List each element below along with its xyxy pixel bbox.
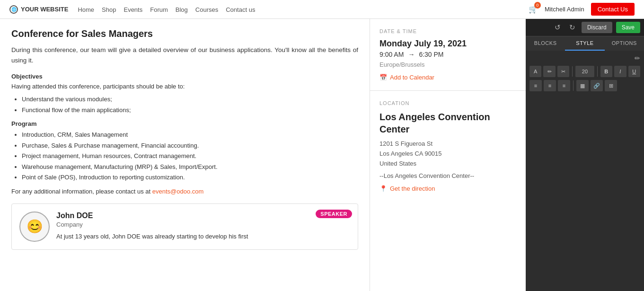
separator xyxy=(572,66,573,77)
get-direction-link[interactable]: 📍 Get the direction xyxy=(379,185,516,192)
list-item: Project management, Human resources, Con… xyxy=(22,151,358,161)
nav-courses[interactable]: Courses xyxy=(195,6,218,13)
objectives-list: Understand the various modules; Function… xyxy=(11,95,358,115)
time-arrow xyxy=(406,51,416,58)
time-start: 9:00 AM xyxy=(379,51,404,58)
contact-us-button[interactable]: Contact Us xyxy=(591,3,635,16)
table-button[interactable]: ▦ xyxy=(576,80,589,91)
program-list: Introduction, CRM, Sales Management Purc… xyxy=(11,130,358,182)
page-title: Conference for Sales Managers xyxy=(11,28,358,39)
list-item: Purchase, Sales & Purchase management, F… xyxy=(22,141,358,150)
location-label: LOCATION xyxy=(379,100,516,106)
program-label: Program xyxy=(11,120,358,127)
separator xyxy=(597,66,598,77)
tab-style[interactable]: STYLE xyxy=(565,36,604,51)
nav-events[interactable]: Events xyxy=(124,6,142,13)
list-item: Point of Sale (POS), Introduction to rep… xyxy=(22,173,358,182)
link-button[interactable]: 🔗 xyxy=(591,80,603,91)
address-line1: 1201 S Figueroa St xyxy=(379,139,516,149)
underline-button[interactable]: U xyxy=(628,66,640,77)
toolbar-row-1: A ✏ ✂ 20 B I U xyxy=(529,66,640,77)
objectives-text: Having attended this conference, partici… xyxy=(11,83,358,90)
page-description: During this conference, our team will gi… xyxy=(11,45,358,65)
nav-forum[interactable]: Forum xyxy=(150,6,168,13)
event-time: 9:00 AM 6:30 PM xyxy=(379,51,516,58)
venue-name: --Los Angeles Convention Center-- xyxy=(379,172,516,179)
speaker-bio: At just 13 years old, John DOE was alrea… xyxy=(56,232,350,241)
event-sidebar: DATE & TIME Monday July 19, 2021 9:00 AM… xyxy=(370,19,526,291)
list-item: Introduction, CRM, Sales Management xyxy=(22,130,358,140)
separator xyxy=(573,80,573,91)
objectives-label: Objectives xyxy=(11,73,358,80)
editor-panel: ↺ ↻ Discard Save BLOCKS STYLE OPTIONS ✏ … xyxy=(526,19,644,291)
align-right-button[interactable]: ≡ xyxy=(558,80,570,91)
editor-toolbar: ✏ A ✏ ✂ 20 B I U ≡ ≡ ≡ ▦ 🔗 xyxy=(526,51,644,95)
contact-line: For any additional information, please c… xyxy=(11,188,358,195)
globe-icon: 🌐 xyxy=(9,5,18,14)
edit-pencil-icon[interactable]: ✏ xyxy=(635,54,640,62)
speaker-card: SPEAKER 😊 John DOE Company At just 13 ye… xyxy=(11,203,358,250)
speaker-info: John DOE Company At just 13 years old, J… xyxy=(56,212,350,241)
address-line3: United States xyxy=(379,159,516,169)
event-date: Monday July 19, 2021 xyxy=(379,39,516,49)
font-size-button[interactable]: 20 xyxy=(575,66,594,77)
navbar: 🌐 YOUR WEBSITE Home Shop Events Forum Bl… xyxy=(0,0,644,19)
add-calendar-label: Add to Calendar xyxy=(390,74,434,81)
main-layout: Conference for Sales Managers During thi… xyxy=(0,19,644,291)
editor-top-bar: ↺ ↻ Discard Save xyxy=(526,19,644,36)
save-button[interactable]: Save xyxy=(616,22,640,33)
list-item: Warehouse management, Manufacturing (MRP… xyxy=(22,162,358,172)
font-A-button[interactable]: A xyxy=(529,66,541,77)
calendar-icon: 📅 xyxy=(379,74,387,81)
get-direction-label: Get the direction xyxy=(390,185,435,192)
list-item: Understand the various modules; xyxy=(22,95,358,104)
align-center-button[interactable]: ≡ xyxy=(544,80,556,91)
date-time-label: DATE & TIME xyxy=(379,28,516,34)
bold-button[interactable]: B xyxy=(600,66,612,77)
nav-contact[interactable]: Contact us xyxy=(226,6,255,13)
undo-button[interactable]: ↺ xyxy=(552,22,563,33)
image-button[interactable]: ⊞ xyxy=(605,80,617,91)
cart-badge: 0 xyxy=(534,2,541,9)
date-time-panel: DATE & TIME Monday July 19, 2021 9:00 AM… xyxy=(370,19,526,91)
add-to-calendar-link[interactable]: 📅 Add to Calendar xyxy=(379,74,516,81)
location-panel: LOCATION Los Angeles Convention Center 1… xyxy=(370,91,526,202)
align-left-button[interactable]: ≡ xyxy=(529,80,542,91)
location-name: Los Angeles Convention Center xyxy=(379,111,516,135)
nav-links: Home Shop Events Forum Blog Courses Cont… xyxy=(78,6,255,13)
speaker-avatar: 😊 xyxy=(19,212,50,242)
brand-name: YOUR WEBSITE xyxy=(21,6,68,13)
speaker-badge: SPEAKER xyxy=(316,210,352,218)
italic-button[interactable]: I xyxy=(614,66,626,77)
list-item: Functional flow of the main applications… xyxy=(22,106,358,115)
address-line2: Los Angeles CA 90015 xyxy=(379,149,516,159)
redo-button[interactable]: ↻ xyxy=(567,22,578,33)
scissors-button[interactable]: ✂ xyxy=(557,66,569,77)
contact-email[interactable]: events@odoo.com xyxy=(152,188,204,195)
tab-options[interactable]: OPTIONS xyxy=(605,36,644,51)
discard-button[interactable]: Discard xyxy=(582,22,612,33)
toolbar-row-2: ≡ ≡ ≡ ▦ 🔗 ⊞ xyxy=(529,80,640,91)
nav-shop[interactable]: Shop xyxy=(102,6,116,13)
speaker-company: Company xyxy=(56,221,350,228)
user-menu[interactable]: Mitchell Admin xyxy=(545,6,584,13)
pin-icon: 📍 xyxy=(379,185,387,192)
speaker-name: John DOE xyxy=(56,212,350,220)
editor-tabs: BLOCKS STYLE OPTIONS xyxy=(526,36,644,51)
time-end: 6:30 PM xyxy=(419,51,443,58)
event-timezone: Europe/Brussels xyxy=(379,61,516,68)
nav-home[interactable]: Home xyxy=(78,6,94,13)
pencil-button[interactable]: ✏ xyxy=(543,66,555,77)
tab-blocks[interactable]: BLOCKS xyxy=(526,36,565,51)
location-address: 1201 S Figueroa St Los Angeles CA 90015 … xyxy=(379,139,516,168)
cart-icon[interactable]: 🛒 0 xyxy=(529,5,538,14)
brand-logo[interactable]: 🌐 YOUR WEBSITE xyxy=(9,5,68,14)
contact-prefix: For any additional information, please c… xyxy=(11,188,152,195)
content-area: Conference for Sales Managers During thi… xyxy=(0,19,370,291)
nav-blog[interactable]: Blog xyxy=(176,6,188,13)
